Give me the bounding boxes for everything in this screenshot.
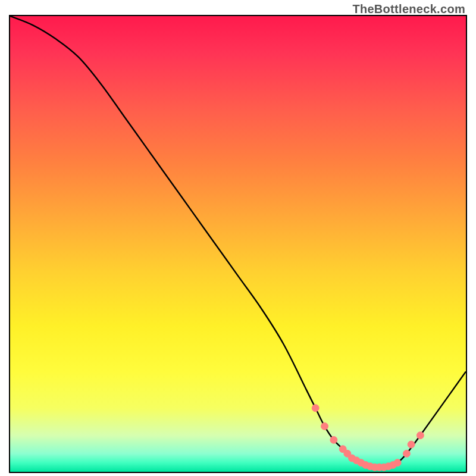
bottleneck-curve [10,16,466,468]
data-marker [394,459,401,466]
data-marker [403,450,410,457]
data-marker [330,436,337,443]
watermark-text: TheBottleneck.com [352,2,465,16]
data-marker [321,422,328,430]
data-markers [312,405,424,471]
chart-container: TheBottleneck.com [0,0,476,476]
curve-layer [10,16,466,472]
plot-area [9,15,467,473]
data-marker [312,405,319,412]
data-marker [416,432,424,439]
data-marker [408,441,415,448]
